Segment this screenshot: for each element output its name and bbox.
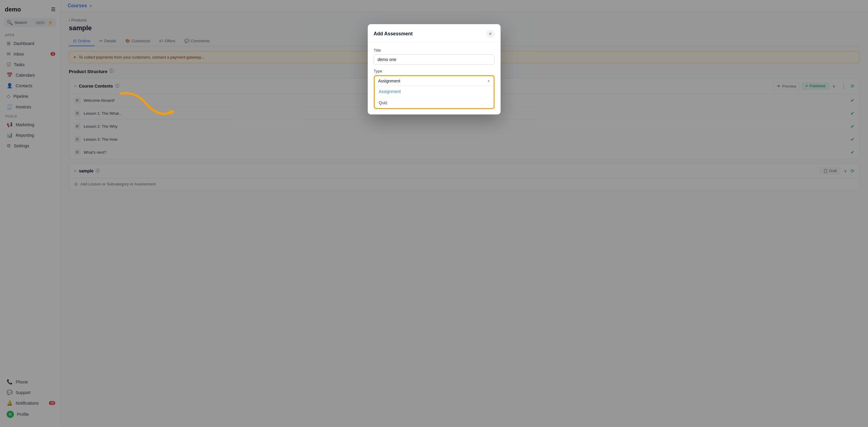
type-option-assignment[interactable]: Assignment bbox=[375, 86, 494, 97]
assignment-option-label: Assignment bbox=[379, 89, 401, 94]
title-label: Title bbox=[374, 48, 495, 53]
main-content: Courses ∨ ‹ Products sample ⊟ Outline ✏ … bbox=[60, 0, 868, 427]
type-chevron-icon: ∧ bbox=[487, 79, 490, 83]
type-select-display[interactable]: Assignment ∧ bbox=[375, 76, 494, 86]
quiz-option-label: Quiz bbox=[379, 100, 388, 105]
type-options-list: Assignment Quiz bbox=[375, 86, 494, 108]
title-input[interactable] bbox=[374, 54, 495, 65]
svg-marker-0 bbox=[169, 109, 175, 115]
type-select-value: Assignment bbox=[378, 79, 400, 83]
modal-close-button[interactable]: ✕ bbox=[486, 30, 495, 38]
type-dropdown[interactable]: Assignment ∧ Assignment Quiz bbox=[374, 75, 495, 109]
modal-body: Title Type Assignment ∧ Assignment Quiz bbox=[368, 42, 501, 115]
modal-overlay[interactable]: Add Assessment ✕ Title Type Assignment ∧ bbox=[60, 0, 868, 427]
modal-title: Add Assessment bbox=[374, 31, 413, 36]
modal-header: Add Assessment ✕ bbox=[368, 24, 501, 42]
arrow-annotation bbox=[118, 88, 184, 125]
type-option-quiz[interactable]: Quiz bbox=[375, 97, 494, 108]
close-icon: ✕ bbox=[489, 31, 492, 36]
add-assessment-modal: Add Assessment ✕ Title Type Assignment ∧ bbox=[368, 24, 501, 115]
type-label: Type bbox=[374, 69, 495, 73]
